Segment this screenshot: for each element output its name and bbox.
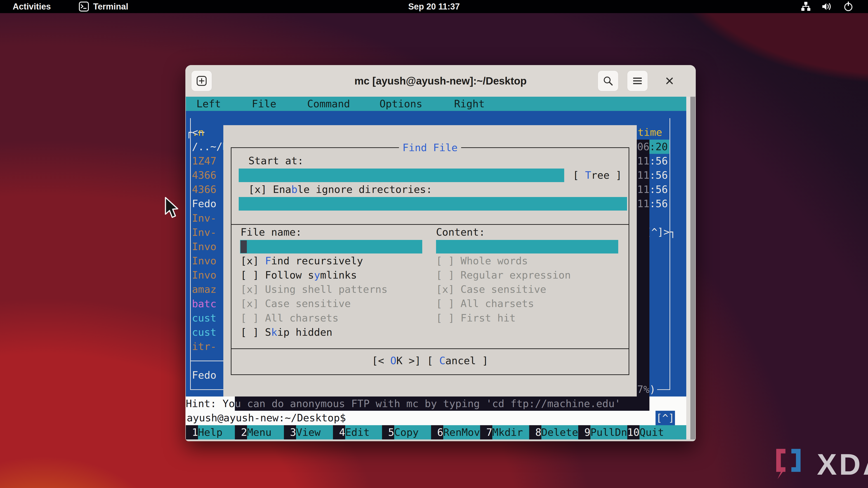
system-status-menu[interactable]	[801, 1, 854, 12]
file-name-input[interactable]	[240, 240, 422, 254]
fkey-menu[interactable]: 2Menu	[235, 425, 284, 440]
menu-file[interactable]: File	[252, 97, 276, 111]
file-row[interactable]: Fedo	[192, 197, 216, 211]
file-row[interactable]: batc	[192, 297, 216, 311]
file-row[interactable]: 1Z47	[192, 154, 216, 168]
file-row[interactable]: itr-	[192, 339, 216, 354]
file-row[interactable]: /..	[192, 140, 210, 154]
dialog-separator	[231, 224, 629, 225]
left-panel-bottom-border	[190, 389, 224, 390]
fkey-pulldn[interactable]: 9PullDn	[578, 425, 627, 440]
file-time-cell[interactable]: :56	[649, 197, 668, 211]
file-row[interactable]: 4366	[192, 168, 216, 182]
find-file-dialog: Find File Start at: [ Tree ] [x] Enable …	[223, 125, 637, 396]
file-time-cell[interactable]: :20	[649, 140, 668, 154]
file-time-cell[interactable]: :56	[649, 168, 668, 182]
fkey-copy[interactable]: 5Copy	[382, 425, 431, 440]
search-icon	[602, 75, 614, 87]
titlebar[interactable]: mc [ayush@ayush-new]:~/Desktop	[185, 65, 696, 97]
hint-text: Hint: Yo	[186, 396, 235, 411]
file-row[interactable]: Invo	[192, 239, 216, 254]
hint-line: Hint: Yo u can do anonymous FTP with mc …	[186, 396, 686, 411]
name-case-sensitive-checkbox[interactable]: [x] Case sensitive	[241, 296, 351, 311]
file-time-cell[interactable]: :56	[649, 182, 668, 197]
network-icon	[801, 1, 811, 12]
terminal-scrollbar[interactable]	[686, 97, 695, 440]
content-input[interactable]	[436, 240, 618, 254]
menu-right[interactable]: Right	[454, 97, 485, 111]
hamburger-icon	[632, 75, 643, 87]
gnome-top-bar: Activities Terminal Sep 20 11:37	[0, 0, 868, 13]
close-button[interactable]	[659, 70, 680, 91]
fkey-help[interactable]: 1Help	[186, 425, 235, 440]
terminal-window: mc [ayush@ayush-new]:~/Desktop Left	[185, 65, 696, 441]
shadowed-free-space-text: 7%	[637, 382, 649, 396]
whole-words-checkbox[interactable]: [ ] Whole words	[436, 254, 528, 268]
file-row[interactable]: Invo	[192, 254, 216, 268]
regex-checkbox[interactable]: [ ] Regular expression	[436, 268, 571, 282]
file-time-cell[interactable]: :56	[649, 154, 668, 168]
file-row[interactable]: Inv-	[192, 211, 216, 225]
content-all-charsets-checkbox[interactable]: [ ] All charsets	[436, 296, 534, 311]
clock-button[interactable]: Sep 20 11:37	[0, 2, 868, 11]
skip-hidden-checkbox[interactable]: [ ] Skip hidden	[241, 325, 332, 339]
ok-button[interactable]: [< OK >]	[372, 355, 421, 367]
xda-watermark: XDA	[770, 446, 868, 482]
terminal-screen: Left File Command Options Right ┌<─ ~/Do…	[186, 97, 686, 440]
mouse-cursor	[164, 197, 180, 220]
right-panel-border	[670, 118, 670, 390]
name-all-charsets-checkbox[interactable]: [ ] All charsets	[241, 311, 338, 325]
shell-patterns-checkbox[interactable]: [x] Using shell patterns	[241, 282, 388, 296]
file-row[interactable]: cust	[192, 311, 216, 325]
command-line[interactable]: ayush@ayush-new:~/Desktop$	[186, 411, 686, 425]
left-panel-sort-header[interactable]: .n	[192, 125, 204, 139]
free-space-indicator: )	[649, 382, 655, 396]
first-hit-checkbox[interactable]: [ ] First hit	[436, 311, 516, 325]
xda-logo-text: XDA	[817, 447, 868, 482]
fkey-renmov[interactable]: 6RenMov	[431, 425, 480, 440]
panel-toggle-indicator: [^]	[655, 411, 675, 425]
panel-headers: ┌<─ ~/Downloads ────────────────── .[^]>…	[186, 111, 223, 125]
ignore-dirs-input[interactable]	[239, 197, 627, 210]
follow-symlinks-checkbox[interactable]: [ ] Follow symlinks	[241, 268, 357, 282]
shadowed-time-text: 06	[637, 140, 649, 154]
fkey-edit[interactable]: 4Edit	[333, 425, 382, 440]
menu-command[interactable]: Command	[307, 97, 350, 111]
close-icon	[664, 76, 675, 86]
dialog-separator	[231, 348, 629, 349]
start-at-label: Start at:	[248, 154, 304, 168]
content-case-sensitive-checkbox[interactable]: [x] Case sensitive	[436, 282, 546, 296]
menu-button[interactable]	[627, 70, 648, 91]
file-row[interactable]: Invo	[192, 268, 216, 282]
hint-text-shadowed: u can do anonymous FTP with mc by typing…	[235, 396, 621, 411]
file-row[interactable]: amaz	[192, 282, 216, 296]
dialog-title: Find File	[399, 140, 461, 155]
enable-ignore-checkbox[interactable]: [x] Enable ignore directories:	[248, 182, 432, 197]
window-title: mc [ayush@ayush-new]:~/Desktop	[185, 65, 696, 97]
right-panel-time-header[interactable]: time	[638, 125, 662, 139]
tree-button[interactable]: [ Tree ]	[573, 168, 622, 182]
shadowed-time-text: 11	[637, 182, 649, 197]
text-cursor	[241, 240, 247, 253]
left-panel-ministatus: Fedo	[192, 368, 216, 382]
start-at-input[interactable]	[239, 168, 564, 182]
fkey-view[interactable]: 3View	[284, 425, 333, 440]
menu-left[interactable]: Left	[196, 97, 221, 111]
shadowed-time-text: 11	[637, 197, 649, 211]
fkey-quit[interactable]: 10Quit	[627, 425, 676, 440]
cancel-button[interactable]: [ Cancel ]	[427, 355, 488, 367]
file-row[interactable]: cust	[192, 325, 216, 339]
fkey-delete[interactable]: 8Delete	[529, 425, 578, 440]
find-recursively-checkbox[interactable]: [x] Find recursively	[241, 254, 363, 268]
desktop: { "topbar": { "activities": "Activities"…	[0, 0, 868, 488]
file-row[interactable]: 4366	[192, 182, 216, 197]
mc-menu-bar: Left File Command Options Right	[186, 97, 686, 111]
search-button[interactable]	[598, 70, 618, 91]
fkey-mkdir[interactable]: 7Mkdir	[480, 425, 529, 440]
power-icon	[843, 1, 854, 12]
file-row[interactable]: Inv-	[192, 225, 216, 239]
menu-options[interactable]: Options	[379, 97, 423, 111]
shadowed-time-text: 11	[637, 168, 649, 182]
content-label: Content:	[436, 225, 485, 239]
volume-icon	[822, 1, 833, 12]
